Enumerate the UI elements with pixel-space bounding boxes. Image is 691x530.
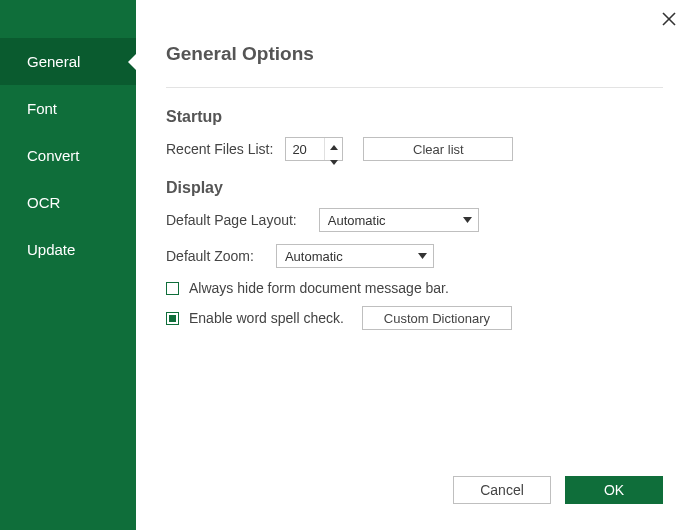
page-layout-dropdown[interactable]: Automatic <box>319 208 479 232</box>
page-layout-row: Default Page Layout: Automatic <box>166 208 663 232</box>
chevron-down-icon <box>418 253 427 259</box>
svg-marker-3 <box>330 160 338 165</box>
hide-msgbar-checkbox[interactable] <box>166 282 179 295</box>
sidebar-label-font: Font <box>27 100 57 117</box>
page-title: General Options <box>166 43 663 65</box>
svg-marker-4 <box>463 217 472 223</box>
recent-files-spinner <box>285 137 343 161</box>
page-layout-value: Automatic <box>328 213 386 228</box>
chevron-up-icon <box>330 138 338 153</box>
sidebar-label-update: Update <box>27 241 75 258</box>
sidebar-item-general[interactable]: General <box>0 38 136 85</box>
hide-msgbar-label: Always hide form document message bar. <box>189 280 449 296</box>
zoom-label: Default Zoom: <box>166 248 254 264</box>
custom-dictionary-button[interactable]: Custom Dictionary <box>362 306 512 330</box>
sidebar-label-ocr: OCR <box>27 194 60 211</box>
chevron-down-icon <box>330 153 338 168</box>
spellcheck-row: Enable word spell check. Custom Dictiona… <box>166 306 663 330</box>
sidebar: General Font Convert OCR Update <box>0 0 136 530</box>
spinner-up-button[interactable] <box>325 138 342 153</box>
recent-files-row: Recent Files List: Clear list <box>166 137 663 161</box>
sidebar-item-update[interactable]: Update <box>0 226 136 273</box>
recent-files-input[interactable] <box>286 138 324 160</box>
zoom-row: Default Zoom: Automatic <box>166 244 663 268</box>
spinner-down-button[interactable] <box>325 153 342 168</box>
close-icon <box>662 12 676 29</box>
display-section-title: Display <box>166 179 663 197</box>
title-divider <box>166 87 663 88</box>
spellcheck-checkbox[interactable] <box>166 312 179 325</box>
sidebar-label-convert: Convert <box>27 147 80 164</box>
sidebar-item-convert[interactable]: Convert <box>0 132 136 179</box>
clear-list-button[interactable]: Clear list <box>363 137 513 161</box>
recent-files-label: Recent Files List: <box>166 141 273 157</box>
sidebar-label-general: General <box>27 53 80 70</box>
footer: Cancel OK <box>453 476 663 504</box>
startup-section-title: Startup <box>166 108 663 126</box>
svg-marker-5 <box>418 253 427 259</box>
chevron-down-icon <box>463 217 472 223</box>
zoom-dropdown[interactable]: Automatic <box>276 244 434 268</box>
sidebar-item-font[interactable]: Font <box>0 85 136 132</box>
page-layout-label: Default Page Layout: <box>166 212 297 228</box>
options-window: General Font Convert OCR Update General … <box>0 0 691 530</box>
svg-marker-2 <box>330 145 338 150</box>
ok-button[interactable]: OK <box>565 476 663 504</box>
close-button[interactable] <box>657 8 681 32</box>
cancel-button[interactable]: Cancel <box>453 476 551 504</box>
zoom-value: Automatic <box>285 249 343 264</box>
hide-msgbar-row: Always hide form document message bar. <box>166 280 663 296</box>
content-pane: General Options Startup Recent Files Lis… <box>136 0 691 530</box>
spellcheck-label: Enable word spell check. <box>189 310 344 326</box>
sidebar-item-ocr[interactable]: OCR <box>0 179 136 226</box>
spinner-buttons <box>324 138 342 160</box>
